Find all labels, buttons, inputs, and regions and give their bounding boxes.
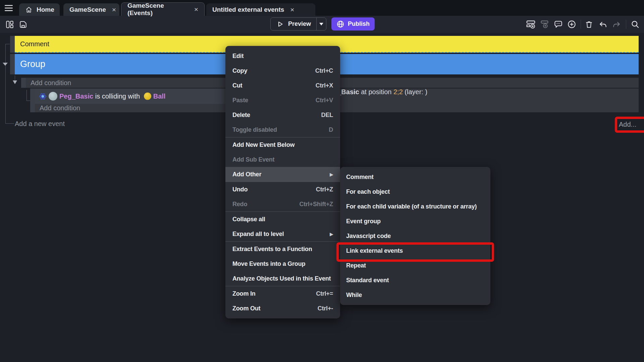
add-condition-link[interactable]: Add condition — [40, 104, 80, 112]
tab-label: GameScene — [69, 6, 106, 13]
menu-item-event-group[interactable]: Event group — [340, 214, 490, 229]
menu-item-label: Standard event — [346, 277, 389, 284]
menu-item-copy[interactable]: CopyCtrl+C — [225, 63, 340, 78]
menu-item-while[interactable]: While — [340, 288, 490, 302]
circle-plus-icon[interactable] — [566, 19, 577, 30]
condition-row[interactable]: Peg_Basic is colliding with Ball — [39, 88, 165, 104]
object-name: Ball — [153, 93, 166, 100]
comment-text: Comment — [20, 40, 49, 48]
menu-item-shortcut: Ctrl+X — [310, 82, 333, 89]
menu-item-repeat[interactable]: Repeat — [340, 258, 490, 273]
preview-label: Preview — [288, 20, 311, 27]
menu-item-label: Add Other — [232, 171, 261, 178]
menu-item-label: While — [346, 292, 362, 299]
menu-item-edit[interactable]: Edit — [225, 49, 340, 63]
menu-item-label: Javascript code — [346, 233, 391, 240]
menu-item-label: Undo — [232, 186, 248, 193]
menu-item-collapse-all[interactable]: Collapse all — [225, 212, 340, 227]
drag-handle[interactable] — [10, 54, 15, 74]
tab-gamescene-events[interactable]: GameScene (Events) × — [121, 2, 205, 16]
add-new-event-link[interactable]: Add a new event — [15, 119, 65, 129]
menu-item-add-other[interactable]: Add Other▶ — [225, 167, 340, 182]
menu-item-move-events-into-a-group[interactable]: Move Events into a Group — [225, 256, 340, 271]
menu-item-shortcut: Ctrl+- — [312, 305, 333, 312]
object-name: Peg_Basic — [59, 93, 93, 100]
tab-untitled-external-events[interactable]: Untitled external events × — [206, 3, 315, 16]
menu-item-cut[interactable]: CutCtrl+X — [225, 78, 340, 93]
menu-item-delete[interactable]: DeleteDEL — [225, 108, 340, 122]
menu-item-label: Zoom In — [232, 290, 256, 297]
menu-item-label: Collapse all — [232, 216, 265, 223]
drag-handle[interactable] — [10, 36, 15, 53]
close-icon[interactable]: × — [290, 6, 294, 13]
tab-bar: Home GameScene × GameScene (Events) × Un… — [0, 0, 644, 16]
menu-item-javascript-code[interactable]: Javascript code — [340, 229, 490, 243]
tab-home[interactable]: Home — [19, 3, 60, 16]
ball-object-icon — [144, 93, 151, 100]
menu-item-expand-all-to-level[interactable]: Expand all to level▶ — [225, 227, 340, 241]
save-icon[interactable] — [18, 19, 29, 30]
menu-item-extract-events-to-a-function[interactable]: Extract Events to a Function — [225, 242, 340, 256]
publish-button[interactable]: Publish — [331, 17, 375, 31]
menu-item-label: Redo — [232, 201, 247, 208]
menu-item-zoom-out[interactable]: Zoom OutCtrl+- — [225, 301, 340, 316]
menu-item-add-new-event-below[interactable]: Add New Event Below — [225, 137, 340, 152]
menu-item-shortcut: Ctrl+V — [310, 97, 333, 104]
add-button[interactable]: Add... — [619, 119, 636, 129]
add-event-icon[interactable] — [525, 19, 536, 30]
delete-icon[interactable] — [584, 19, 594, 30]
add-condition-row[interactable]: Add condition — [40, 104, 80, 112]
menu-item-shortcut: D — [323, 126, 333, 133]
close-icon[interactable]: × — [112, 6, 116, 13]
redo-icon[interactable] — [611, 19, 622, 30]
gdevelop-window: Home GameScene × GameScene (Events) × Un… — [0, 0, 644, 362]
submenu-arrow-icon: ▶ — [324, 232, 333, 237]
add-subevent-icon[interactable] — [539, 19, 550, 30]
add-condition-link[interactable]: Add condition — [31, 79, 71, 87]
tree-line — [26, 90, 27, 101]
search-icon[interactable] — [630, 19, 640, 30]
condition-text: Ball — [153, 93, 166, 100]
hamburger-menu-icon[interactable] — [4, 4, 13, 12]
preview-dropdown-button[interactable] — [316, 18, 326, 30]
close-icon[interactable]: × — [194, 6, 198, 13]
menu-item-label: Event group — [346, 218, 381, 225]
add-comment-icon[interactable] — [553, 19, 564, 30]
submenu-arrow-icon: ▶ — [324, 172, 333, 177]
tab-gamescene[interactable]: GameScene × — [63, 3, 119, 16]
menu-item-standard-event[interactable]: Standard event — [340, 273, 490, 288]
menu-item-undo[interactable]: UndoCtrl+Z — [225, 182, 340, 197]
menu-item-analyze-objects-used-in-this-event[interactable]: Analyze Objects Used in this Event — [225, 271, 340, 286]
play-icon — [276, 20, 284, 28]
tree-line — [15, 75, 15, 81]
menu-item-link-external-events[interactable]: Link external events — [340, 243, 490, 258]
menu-item-for-each-child-variable-of-a-structure-or-array[interactable]: For each child variable (of a structure … — [340, 199, 490, 214]
menu-item-shortcut: Ctrl+= — [311, 290, 333, 297]
menu-item-label: Extract Events to a Function — [232, 246, 312, 253]
collapse-arrow-icon[interactable] — [13, 80, 17, 84]
drag-handle[interactable] — [30, 88, 35, 112]
menu-item-for-each-object[interactable]: For each object — [340, 184, 490, 199]
menu-item-label: Analyze Objects Used in this Event — [232, 275, 331, 282]
menu-item-label: Move Events into a Group — [232, 260, 305, 267]
menu-item-redo: RedoCtrl+Shift+Z — [225, 197, 340, 212]
menu-item-comment[interactable]: Comment — [340, 170, 490, 184]
add-other-submenu: CommentFor each objectFor each child var… — [340, 167, 490, 305]
tab-label: Home — [37, 6, 54, 13]
group-title: Group — [20, 59, 45, 69]
undo-icon[interactable] — [598, 19, 608, 30]
menu-item-shortcut: Ctrl+C — [310, 67, 333, 74]
menu-item-add-sub-event: Add Sub Event — [225, 152, 340, 167]
collapse-arrow-icon[interactable] — [3, 63, 8, 66]
chevron-down-icon — [319, 23, 323, 25]
preview-main[interactable]: Preview — [271, 18, 316, 30]
menu-item-label: Repeat — [346, 262, 366, 269]
preview-button[interactable]: Preview — [270, 17, 326, 31]
home-icon — [25, 6, 33, 13]
menu-item-label: Comment — [346, 174, 374, 181]
menu-item-zoom-in[interactable]: Zoom InCtrl+= — [225, 286, 340, 301]
tree-line — [5, 123, 14, 124]
toggle-panels-icon[interactable] — [4, 19, 15, 30]
drag-handle[interactable] — [21, 78, 26, 88]
menu-item-label: Zoom Out — [232, 305, 260, 312]
